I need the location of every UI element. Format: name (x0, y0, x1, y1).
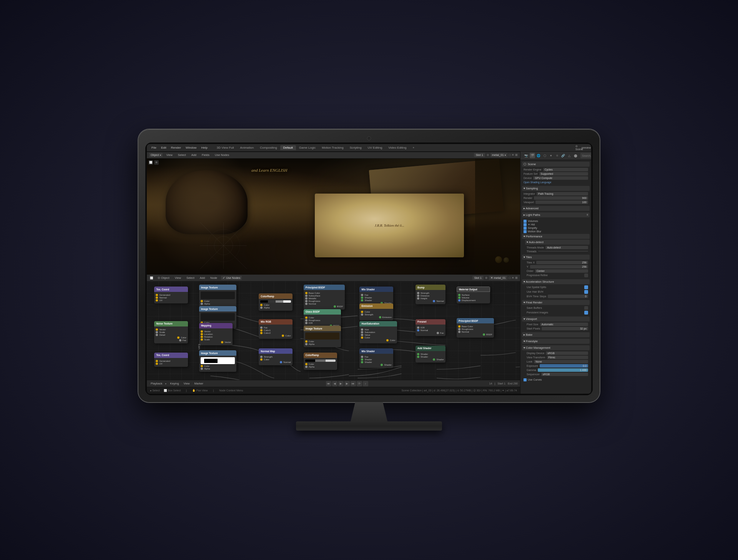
node-color-ramp-1[interactable]: ColorRamp (259, 293, 292, 311)
add-btn[interactable]: Add (190, 153, 198, 157)
tiles-order-dropdown[interactable]: Center (535, 269, 588, 273)
object-prop-icon[interactable]: ⬡ (542, 153, 547, 158)
render-engine-dropdown[interactable]: Cycles (543, 168, 588, 171)
sampling-header[interactable]: ▾ Sampling (522, 186, 590, 191)
tiles-y-value[interactable]: 256 (530, 265, 588, 268)
viewport-samples-value[interactable]: 100 (535, 200, 588, 204)
tab-compositing[interactable]: Compositing (257, 145, 280, 150)
ne-material[interactable]: ✕ metal_01 (489, 276, 507, 280)
scene-section-header[interactable]: ⬡ Scene (522, 162, 590, 167)
node-image-texture-3[interactable]: Image Texture Color Alpha (199, 350, 236, 372)
node-hue-saturation[interactable]: Hue/Saturation Hue Saturation Value Colo… (359, 321, 397, 343)
bake-header[interactable]: ▸ Bake (522, 332, 590, 337)
feature-set-dropdown[interactable]: Supported (539, 172, 588, 176)
tab-add[interactable]: + (410, 145, 418, 150)
ne-use-nodes[interactable]: ✓ Use Nodes (221, 276, 242, 280)
world-prop-icon[interactable]: 🌐 (536, 153, 541, 158)
color-mgmt-header[interactable]: ▾ Color Management (522, 345, 590, 350)
persistent-images-toggle[interactable] (584, 311, 588, 315)
material-selector[interactable]: metal_01 ▾ (490, 153, 507, 157)
threads-mode-dropdown[interactable]: Auto-detect (545, 246, 588, 249)
tab-videoediting[interactable]: Video Editing (386, 145, 410, 150)
node-emission[interactable]: Emission Color Strength Emission (359, 303, 393, 320)
display-device-dropdown[interactable]: sRGB (546, 351, 588, 355)
tab-uvediting[interactable]: UV Editing (365, 145, 386, 150)
tl-marker[interactable]: Marker (193, 381, 205, 386)
menu-help[interactable]: Help (199, 145, 209, 150)
play-btn[interactable]: ▶ (338, 381, 344, 386)
exposure-value[interactable]: 0.0 (540, 364, 588, 368)
node-bump[interactable]: Bump Strength Distance Height Normal (416, 285, 445, 304)
light-paths-header[interactable]: ▸ Light Paths ≡ (522, 212, 590, 217)
sequencer-dropdown[interactable]: sRGB (541, 373, 588, 376)
ne-node[interactable]: Node (209, 276, 219, 280)
render-prop-icon[interactable]: 📷 (524, 153, 529, 158)
skip-end-btn[interactable]: ⏭ (351, 381, 356, 386)
audio-btn[interactable]: ♪ (363, 381, 368, 386)
ne-select[interactable]: Select (185, 276, 196, 280)
node-material-output[interactable]: Material Output Surface Volume Displacem… (457, 287, 490, 303)
integrator-dropdown[interactable]: Path Tracing (537, 192, 588, 196)
node-texture-coord[interactable]: Tex. Coord Generated Normal UV (154, 287, 188, 303)
menu-window[interactable]: Window (183, 145, 199, 150)
tl-playback[interactable]: Playback (149, 381, 164, 386)
spatial-splits-toggle[interactable] (584, 285, 588, 289)
node-add-shader[interactable]: Add Shader Shader Shader Shader (416, 346, 445, 363)
node-mapping[interactable]: Mapping Vector Location Rotation Scale V… (199, 323, 233, 345)
properties-search[interactable] (580, 153, 591, 158)
tab-3dview[interactable]: 3D View Full (214, 145, 237, 150)
start-pixels-value[interactable]: 32 px (542, 327, 588, 330)
engine-icon[interactable]: preview (583, 145, 589, 150)
node-normal-map[interactable]: Normal Map Strength Color Normal (259, 348, 292, 365)
tab-animation[interactable]: Animation (237, 145, 257, 150)
mode-selector[interactable]: Object ▾ (149, 153, 163, 157)
ne-view[interactable]: View (173, 276, 183, 280)
usenodes-btn[interactable]: Use Nodes (213, 153, 231, 157)
material-prop-icon[interactable]: ⬤ (573, 153, 578, 158)
threads-count-value[interactable] (538, 251, 588, 252)
use-curves-checkbox[interactable] (524, 378, 527, 381)
threads-header[interactable]: ▾ Auto-detect (525, 240, 590, 245)
prev-frame-btn[interactable]: ◀ (332, 381, 337, 386)
particles-prop-icon[interactable]: ✦ (548, 153, 554, 158)
node-texture-coord-2[interactable]: Tex. Coord Generated UV (154, 353, 188, 367)
viewport-perf-header[interactable]: ▾ Viewport (522, 316, 590, 321)
tl-keying[interactable]: Keying (168, 381, 180, 386)
node-principled-2[interactable]: Principled BSDF Base Color Roughness Nor… (457, 318, 494, 338)
node-principled-bsdf[interactable]: Principled BSDF Base Color Subsurface Me… (304, 285, 345, 310)
open-shading-link[interactable]: Open Shading Language (522, 180, 590, 184)
freestyle-header[interactable]: ▾ Freestyle (522, 339, 590, 344)
node-fresnel[interactable]: Fresnel IOR Normal Fac (416, 319, 445, 336)
node-mix-shader-2[interactable]: Mix Shader Fac Shader Shader Shader (359, 348, 393, 368)
view-btn[interactable]: View (165, 153, 174, 157)
scene-icon[interactable]: ⊙ Scene (577, 145, 582, 150)
render-samples-value[interactable]: 900 (534, 196, 588, 200)
loop-btn[interactable]: ⟳ (357, 381, 362, 386)
skip-start-btn[interactable]: ⏮ (326, 381, 331, 386)
node-image-texture-1[interactable]: Image Texture Color Alpha (199, 285, 236, 307)
tiles-header[interactable]: ▾ Tiles (522, 255, 590, 260)
fields-btn[interactable]: Fields (200, 153, 211, 157)
subsurface-checkbox[interactable] (524, 223, 527, 226)
node-noise-texture[interactable]: Noise Texture Vector Scale Detail Color … (154, 321, 188, 343)
tab-motiontrack[interactable]: Motion Tracking (319, 145, 346, 150)
advanced-header[interactable]: ▸ Advanced (522, 206, 590, 211)
tab-gamelogi[interactable]: Game Logic (296, 145, 319, 150)
save-buffers-toggle[interactable] (584, 306, 588, 310)
menu-file[interactable]: File (149, 145, 159, 150)
hair-bvh-toggle[interactable] (584, 290, 588, 294)
menu-edit[interactable]: Edit (159, 145, 169, 150)
tl-view[interactable]: View (182, 381, 191, 386)
node-canvas[interactable]: Tex. Coord Generated Normal UV (147, 282, 520, 380)
tiles-x-value[interactable]: 256 (536, 261, 588, 264)
view-transform-dropdown[interactable]: Filmic (547, 356, 588, 359)
constraints-prop-icon[interactable]: 🔗 (560, 153, 566, 158)
performance-header[interactable]: ▾ Performance (522, 234, 590, 239)
bvh-steps-value[interactable]: 0 (548, 295, 588, 298)
scene-prop-icon[interactable]: 🎬 (530, 153, 535, 158)
physics-prop-icon[interactable]: ⚛ (554, 153, 560, 158)
select-btn[interactable]: Select (176, 153, 188, 157)
pixel-size-dropdown[interactable]: Automatic (540, 323, 588, 326)
volumes-checkbox[interactable] (524, 220, 527, 223)
menu-render[interactable]: Render (169, 145, 183, 150)
